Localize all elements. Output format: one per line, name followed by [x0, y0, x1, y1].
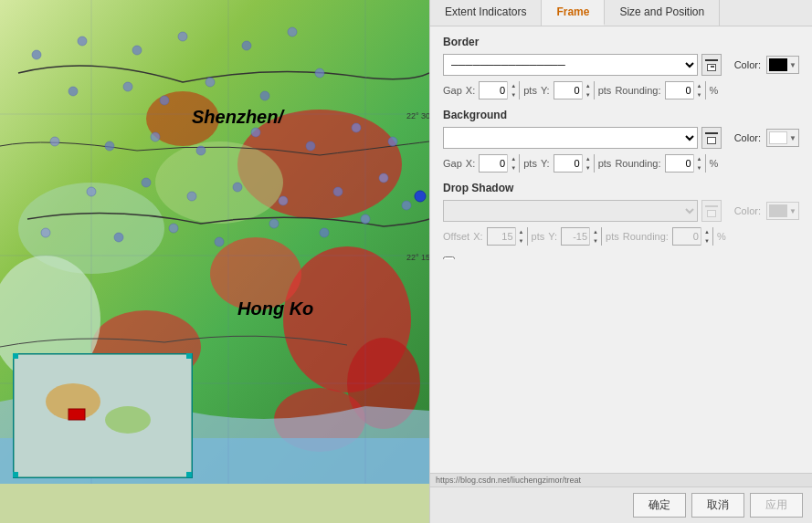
border-color-swatch — [769, 58, 787, 71]
url-bar: https://blog.csdn.net/liuchengzimor/trea… — [430, 473, 812, 486]
background-rounding-spinbox: 0 ▲ ▼ — [665, 154, 706, 173]
svg-point-32 — [151, 132, 160, 141]
ok-button[interactable]: 确定 — [633, 493, 686, 518]
svg-point-31 — [105, 141, 114, 151]
tabs: Extent Indicators Frame Size and Positio… — [430, 0, 812, 26]
border-color-row: Color: ▼ — [734, 56, 799, 74]
panel-area: Extent Indicators Frame Size and Positio… — [429, 0, 812, 523]
background-gap-y-input[interactable]: 0 — [554, 155, 582, 172]
svg-point-48 — [215, 237, 224, 246]
border-gap-x-up[interactable]: ▲ — [508, 81, 519, 90]
border-gap-y-arrows: ▲ ▼ — [582, 81, 594, 99]
background-gap-y-arrows: ▲ ▼ — [582, 154, 594, 173]
drop-shadow-x-unit: pts — [532, 231, 545, 242]
drop-shadow-offset-y-up[interactable]: ▲ — [590, 227, 601, 236]
svg-point-47 — [169, 224, 178, 233]
drop-shadow-style-dropdown[interactable] — [443, 200, 698, 222]
svg-text:22° 15'N: 22° 15'N — [406, 253, 429, 262]
border-rounding-up[interactable]: ▲ — [694, 81, 705, 90]
background-rounding-up[interactable]: ▲ — [694, 154, 705, 163]
background-gap-y-down[interactable]: ▼ — [583, 163, 594, 173]
border-y-label: Y: — [541, 85, 550, 96]
background-gap-x-up[interactable]: ▲ — [508, 154, 519, 163]
map-svg: Shenzhen/ Hong Ko 113° 45'E 114° 0'E 22°… — [0, 0, 429, 484]
drop-shadow-rounding-up[interactable]: ▲ — [701, 227, 712, 236]
drop-shadow-offset-y-down[interactable]: ▼ — [590, 236, 601, 246]
svg-rect-57 — [14, 354, 192, 477]
drop-shadow-color-row: Color: ▼ — [734, 202, 799, 220]
background-gap-x-arrows: ▲ ▼ — [507, 154, 519, 173]
background-gap-y-up[interactable]: ▲ — [583, 154, 594, 163]
svg-point-37 — [388, 137, 397, 146]
drop-shadow-offset-x-down[interactable]: ▼ — [516, 236, 527, 246]
background-color-arrow: ▼ — [789, 134, 796, 142]
background-style-icon-btn[interactable] — [701, 127, 722, 149]
svg-point-21 — [178, 32, 187, 41]
drop-shadow-color-label: Color: — [734, 205, 761, 216]
svg-text:22° 30'N: 22° 30'N — [406, 111, 429, 120]
background-rounding-down[interactable]: ▼ — [694, 163, 705, 173]
background-y-label: Y: — [541, 158, 550, 169]
background-x-label: X: — [466, 158, 475, 169]
border-rounding-input[interactable]: 0 — [666, 82, 693, 99]
border-style-dropdown[interactable]: ──────────────── — [443, 54, 698, 76]
border-gap-x-down[interactable]: ▼ — [508, 90, 519, 99]
svg-point-29 — [315, 68, 324, 78]
apply-button[interactable]: 应用 — [750, 493, 803, 518]
svg-point-26 — [160, 96, 169, 105]
drop-shadow-y-unit: pts — [606, 231, 619, 242]
background-gap-y-spinbox: 0 ▲ ▼ — [554, 154, 595, 173]
border-gap-x-input[interactable]: 0 — [480, 82, 507, 99]
svg-point-35 — [306, 141, 315, 151]
svg-point-19 — [78, 37, 87, 46]
background-rounding-label: Rounding: — [615, 158, 660, 169]
background-style-row: Color: ▼ — [443, 127, 799, 149]
border-rounding-down[interactable]: ▼ — [694, 90, 705, 99]
background-color-btn[interactable]: ▼ — [766, 129, 799, 147]
border-gap-y-input[interactable]: 0 — [554, 82, 582, 99]
background-gap-label: Gap — [443, 158, 462, 169]
drop-shadow-rounding-input[interactable]: 0 — [673, 228, 701, 245]
background-gap-x-input[interactable]: 0 — [480, 155, 507, 172]
background-gap-row: Gap X: 0 ▲ ▼ pts Y: 0 ▲ ▼ pts Rounding: — [443, 154, 799, 173]
svg-rect-64 — [186, 472, 192, 477]
border-gap-y-up[interactable]: ▲ — [583, 81, 594, 90]
drop-shadow-color-swatch — [769, 204, 787, 217]
drop-shadow-offset-x-input[interactable]: 15 — [488, 228, 515, 245]
svg-point-40 — [187, 192, 196, 201]
tab-frame[interactable]: Frame — [542, 0, 605, 26]
drop-shadow-color-arrow: ▼ — [789, 207, 796, 215]
background-style-dropdown[interactable] — [443, 127, 698, 149]
drop-shadow-offset-label: Offset — [443, 231, 469, 242]
drop-shadow-style-icon-btn[interactable] — [701, 200, 722, 222]
border-style-icon-btn[interactable] — [701, 54, 722, 76]
drop-shadow-offset-y-spinbox: -15 ▲ ▼ — [561, 227, 602, 246]
drop-shadow-offset-y-input[interactable]: -15 — [562, 228, 589, 245]
bottom-bar: 确定 取消 应用 — [430, 486, 812, 523]
border-gap-x-arrows: ▲ ▼ — [507, 81, 519, 99]
drop-shadow-offset-x-up[interactable]: ▲ — [516, 227, 527, 236]
svg-point-27 — [206, 78, 215, 87]
drop-shadow-color-btn[interactable]: ▼ — [766, 202, 799, 220]
background-gap-x-down[interactable]: ▼ — [508, 163, 519, 173]
svg-point-24 — [69, 87, 78, 96]
background-rounding-input[interactable]: 0 — [666, 155, 693, 172]
tab-size-and-position[interactable]: Size and Position — [605, 0, 720, 26]
drop-shadow-rounding-down[interactable]: ▼ — [701, 236, 712, 246]
svg-point-22 — [242, 41, 251, 50]
background-gap-x-unit: pts — [523, 158, 537, 169]
svg-rect-60 — [69, 409, 85, 420]
svg-text:Shenzhen/: Shenzhen/ — [192, 107, 285, 127]
tab-extent-indicators[interactable]: Extent Indicators — [430, 0, 542, 26]
svg-point-46 — [114, 233, 123, 242]
border-style-row: ──────────────── Color: ▼ — [443, 54, 799, 76]
svg-rect-63 — [13, 472, 18, 477]
background-color-swatch — [769, 131, 787, 144]
border-gap-y-down[interactable]: ▼ — [583, 90, 594, 99]
map-area: Shenzhen/ Hong Ko 113° 45'E 114° 0'E 22°… — [0, 0, 429, 523]
border-rounding-arrows: ▲ ▼ — [693, 81, 705, 99]
border-rounding-label: Rounding: — [615, 85, 660, 96]
svg-point-33 — [196, 146, 206, 155]
border-color-btn[interactable]: ▼ — [766, 56, 799, 74]
cancel-button[interactable]: 取消 — [691, 493, 744, 518]
